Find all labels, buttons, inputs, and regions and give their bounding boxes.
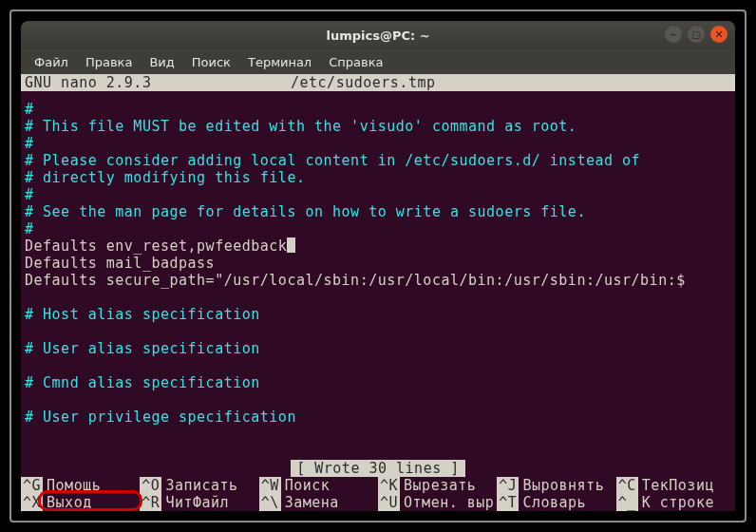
- editor-line: # See the man page for details on how to…: [25, 203, 731, 220]
- shortcut-read[interactable]: ^RЧитФайл: [140, 494, 258, 511]
- maximize-button[interactable]: ◻: [688, 26, 705, 43]
- close-button[interactable]: ✕: [710, 26, 728, 43]
- editor-line: # Host alias specification: [25, 306, 731, 323]
- editor-line: # directly modifying this file.: [25, 169, 731, 186]
- menu-terminal[interactable]: Терминал: [240, 52, 319, 72]
- editor-content[interactable]: # # This file MUST be edited with the 'v…: [21, 91, 735, 426]
- nano-message-line: [ Wrote 30 lines ]: [21, 460, 735, 477]
- menu-file[interactable]: Файл: [27, 52, 76, 72]
- shortcut-curpos[interactable]: ^CТекПозиц: [616, 477, 735, 494]
- nano-statusbar: GNU nano 2.9.3 /etc/sudoers.tmp: [21, 74, 735, 91]
- shortcut-spell[interactable]: ^TСловарь: [497, 494, 615, 511]
- shortcut-cut[interactable]: ^KВырезать: [378, 477, 497, 494]
- editor-line: Defaults mail_badpass: [25, 255, 731, 272]
- shortcut-help[interactable]: ^GПомощь: [21, 477, 140, 494]
- terminal-area[interactable]: GNU nano 2.9.3 /etc/sudoers.tmp # # This…: [21, 74, 735, 511]
- shortcut-uncut[interactable]: ^UОтмен. выр: [378, 494, 497, 511]
- editor-line: # This file MUST be edited with the 'vis…: [25, 118, 731, 135]
- nano-shortcuts: ^GПомощь ^OЗаписать ^WПоиск ^KВырезать ^…: [21, 477, 735, 511]
- shortcut-goto[interactable]: ^_К строке: [616, 494, 735, 511]
- menu-view[interactable]: Вид: [142, 52, 181, 72]
- menu-edit[interactable]: Правка: [78, 52, 140, 72]
- shortcut-replace[interactable]: ^\Замена: [259, 494, 378, 511]
- window-controls: – ◻ ✕: [665, 26, 728, 43]
- editor-line: Defaults env_reset,pwfeedback: [25, 238, 731, 255]
- editor-line: #: [25, 186, 731, 203]
- editor-line: # User privilege specification: [25, 408, 731, 426]
- titlebar: lumpics@PC: ~ – ◻ ✕: [21, 21, 735, 49]
- nano-message: [ Wrote 30 lines ]: [291, 460, 465, 477]
- nano-version: GNU nano 2.9.3: [25, 74, 291, 91]
- editor-line: # User alias specification: [25, 340, 731, 357]
- shortcut-exit[interactable]: ^XВыход: [21, 494, 140, 511]
- editor-line: Defaults secure_path="/usr/local/sbin:/u…: [25, 272, 731, 289]
- editor-line: #: [25, 101, 731, 118]
- shortcut-search[interactable]: ^WПоиск: [259, 477, 378, 494]
- menu-help[interactable]: Справка: [321, 52, 390, 72]
- minimize-button[interactable]: –: [665, 26, 682, 43]
- shortcut-write[interactable]: ^OЗаписать: [140, 477, 258, 494]
- window-title: lumpics@PC: ~: [326, 28, 429, 43]
- editor-line: # Please consider adding local content i…: [25, 152, 731, 169]
- menubar: Файл Правка Вид Поиск Терминал Справка: [21, 49, 735, 74]
- nano-filename: /etc/sudoers.tmp: [291, 74, 731, 91]
- terminal-window: lumpics@PC: ~ – ◻ ✕ Файл Правка Вид Поис…: [21, 21, 735, 511]
- editor-line: #: [25, 135, 731, 152]
- shortcut-justify[interactable]: ^JВыровнять: [497, 477, 615, 494]
- editor-line: #: [25, 220, 731, 238]
- text-cursor: [287, 238, 295, 253]
- editor-line: # Cmnd alias specification: [25, 374, 731, 391]
- menu-search[interactable]: Поиск: [184, 52, 238, 72]
